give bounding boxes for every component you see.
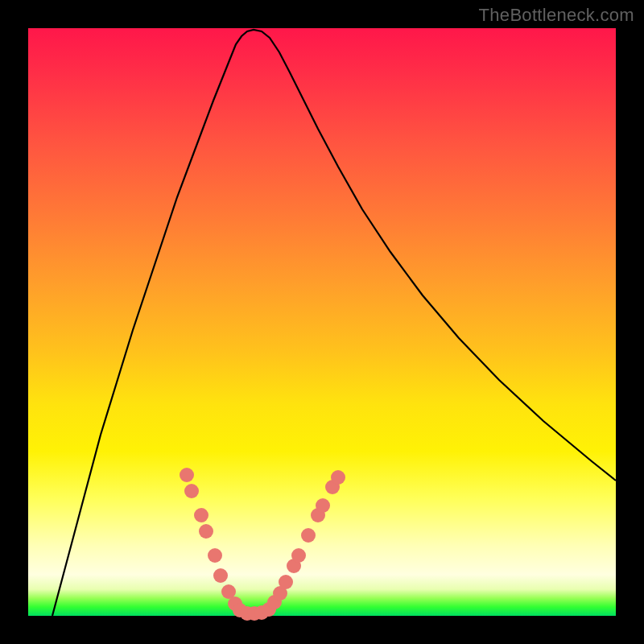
bottleneck-curve: [52, 30, 616, 616]
data-dot: [279, 575, 293, 589]
data-dot: [180, 468, 194, 482]
data-dot: [199, 524, 213, 539]
data-dot: [316, 498, 330, 513]
data-dot: [213, 568, 228, 583]
plot-area: [28, 28, 616, 616]
data-dot: [301, 528, 316, 543]
data-dot: [208, 548, 222, 563]
data-dots: [180, 468, 345, 621]
data-dot: [194, 508, 208, 522]
chart-frame: TheBottleneck.com: [0, 0, 644, 644]
watermark-text: TheBottleneck.com: [479, 5, 634, 26]
curve-svg: [28, 28, 616, 616]
data-dot: [331, 470, 345, 485]
data-dot: [184, 484, 199, 498]
data-dot: [291, 548, 306, 563]
